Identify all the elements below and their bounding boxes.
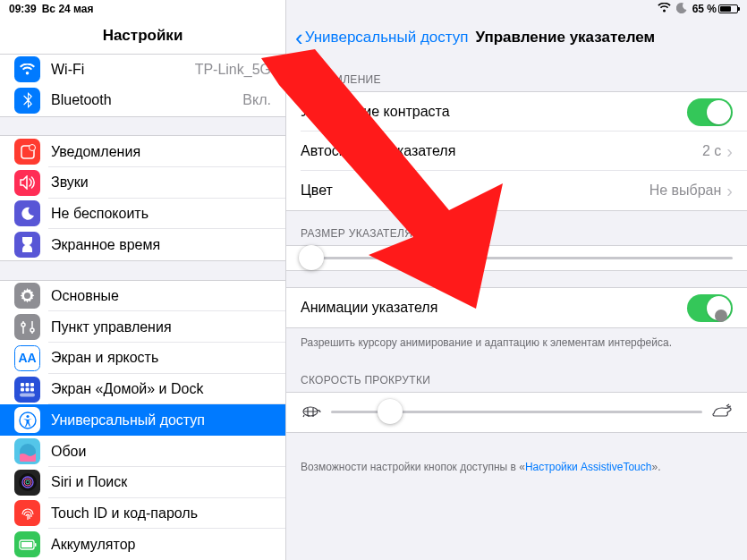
battery-label: Аккумулятор (51, 537, 271, 553)
animations-label: Анимации указателя (301, 300, 687, 316)
notifications-icon (14, 139, 40, 165)
dnd-label: Не беспокоить (51, 206, 271, 222)
status-date: Вс 24 мая (42, 3, 94, 15)
svg-point-2 (21, 323, 25, 327)
section-scroll: СКОРОСТЬ ПРОКРУТКИ (286, 358, 747, 392)
home-icon (14, 377, 40, 403)
status-right: 65 % (658, 3, 738, 16)
chevron-right-icon: › (726, 181, 733, 201)
back-button[interactable]: ‹ Универсальный доступ (295, 26, 468, 49)
sidebar-item-battery[interactable]: Аккумулятор (0, 529, 285, 560)
wallpaper-icon (14, 438, 40, 464)
sounds-icon (14, 170, 40, 196)
svg-point-14 (19, 473, 37, 491)
general-label: Основные (51, 288, 271, 304)
wifi-status-icon (658, 3, 671, 15)
bluetooth-value: Вкл. (242, 92, 271, 108)
sidebar-item-bluetooth[interactable]: Bluetooth Вкл. (0, 85, 285, 116)
sidebar-item-dnd[interactable]: Не беспокоить (0, 199, 285, 230)
turtle-icon (301, 403, 322, 421)
assistivetouch-footer: Возможности настройки кнопок доступны в … (286, 453, 747, 482)
general-icon (14, 283, 40, 309)
touchid-label: Touch ID и код-пароль (51, 505, 271, 522)
display-label: Экран и яркость (51, 350, 271, 366)
siri-label: Siri и Поиск (51, 474, 271, 490)
dnd-moon-icon (676, 3, 687, 16)
pointer-size-slider[interactable] (286, 246, 747, 270)
svg-rect-4 (21, 383, 24, 386)
contrast-label: Увеличение контраста (301, 104, 687, 120)
sidebar-item-wifi[interactable]: Wi-Fi TP-Link_5G (0, 54, 285, 85)
touchid-icon (14, 500, 40, 526)
rabbit-icon (711, 403, 733, 421)
display-icon: AA (14, 345, 40, 371)
screentime-icon (14, 232, 40, 258)
section-appearance: ОФОРМЛЕНИЕ (286, 57, 747, 91)
svg-rect-6 (30, 383, 34, 386)
section-size: РАЗМЕР УКАЗАТЕЛЯ (286, 211, 747, 245)
row-animations[interactable]: Анимации указателя (286, 288, 747, 327)
notifications-label: Уведомления (51, 144, 271, 160)
page-title: Управление указателем (475, 29, 655, 47)
sidebar-item-screentime[interactable]: Экранное время (0, 229, 285, 260)
chevron-right-icon: › (726, 141, 733, 162)
svg-rect-9 (30, 387, 34, 391)
control-center-icon (14, 314, 40, 340)
detail-pane: ‹ Универсальный доступ Управление указат… (286, 0, 747, 560)
bluetooth-icon (14, 88, 40, 114)
svg-rect-5 (26, 383, 30, 386)
wifi-label: Wi-Fi (51, 62, 195, 78)
pointer-cursor-icon (715, 310, 727, 322)
row-color[interactable]: Цвет Не выбран › (286, 171, 747, 210)
status-time: 09:39 (9, 3, 37, 15)
autohide-value: 2 с (702, 143, 721, 159)
wallpaper-label: Обои (51, 444, 271, 460)
sidebar-item-accessibility[interactable]: Универсальный доступ (0, 404, 285, 436)
siri-icon (14, 470, 40, 496)
wifi-icon (14, 56, 40, 82)
dnd-icon (14, 200, 40, 226)
row-autohide[interactable]: Автоскрытие указателя 2 с › (286, 132, 747, 171)
assistivetouch-link[interactable]: Настройки AssistiveTouch (525, 461, 652, 473)
svg-rect-20 (21, 542, 32, 547)
autohide-label: Автоскрытие указателя (301, 143, 702, 159)
control-center-label: Пункт управления (51, 319, 271, 335)
animations-footer: Разрешить курсору анимирование и адаптац… (286, 328, 747, 358)
screentime-label: Экранное время (51, 237, 271, 253)
sounds-label: Звуки (51, 174, 271, 191)
svg-point-1 (29, 144, 35, 150)
back-label: Универсальный доступ (305, 29, 469, 47)
svg-rect-7 (21, 387, 24, 391)
sidebar-item-home[interactable]: Экран «Домой» и Dock (0, 374, 285, 405)
sidebar-item-touchid[interactable]: Touch ID и код-пароль (0, 498, 285, 530)
svg-rect-19 (35, 543, 37, 547)
color-label: Цвет (301, 182, 649, 199)
chevron-left-icon: ‹ (295, 26, 303, 49)
svg-point-12 (26, 415, 29, 418)
sidebar-item-control-center[interactable]: Пункт управления (0, 311, 285, 343)
color-value: Не выбран (649, 182, 722, 199)
row-contrast[interactable]: Увеличение контраста (286, 92, 747, 132)
sidebar-item-siri[interactable]: Siri и Поиск (0, 467, 285, 498)
sidebar-item-general[interactable]: Основные (0, 281, 285, 312)
svg-rect-10 (20, 393, 35, 396)
bluetooth-label: Bluetooth (51, 92, 242, 108)
sidebar-item-wallpaper[interactable]: Обои (0, 436, 285, 467)
contrast-toggle[interactable] (687, 98, 733, 126)
svg-rect-8 (26, 387, 30, 391)
sidebar-item-display[interactable]: AA Экран и яркость (0, 343, 285, 374)
sidebar-title: Настройки (0, 18, 285, 54)
scroll-speed-slider[interactable] (286, 393, 747, 432)
settings-sidebar: Настройки Wi-Fi TP-Link_5G Bluetooth Вкл… (0, 0, 286, 560)
accessibility-icon (14, 407, 40, 433)
wifi-value: TP-Link_5G (195, 62, 271, 78)
sidebar-item-sounds[interactable]: Звуки (0, 167, 285, 199)
home-label: Экран «Домой» и Dock (51, 381, 271, 397)
battery-sidebar-icon (14, 531, 40, 557)
battery-icon (718, 4, 738, 13)
accessibility-label: Универсальный доступ (51, 412, 271, 428)
svg-point-3 (30, 328, 34, 332)
sidebar-item-notifications[interactable]: Уведомления (0, 136, 285, 167)
battery-percent: 65 % (692, 3, 717, 15)
